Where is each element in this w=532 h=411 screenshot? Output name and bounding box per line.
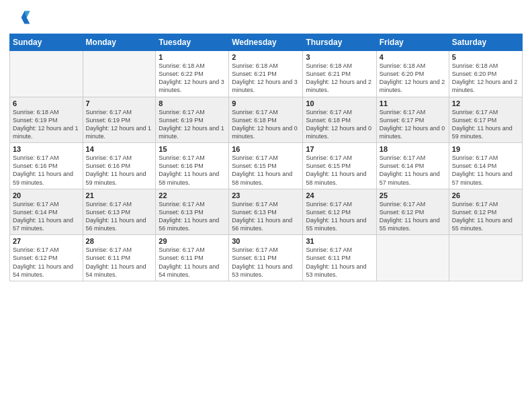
calendar-cell: 11Sunrise: 6:17 AM Sunset: 6:17 PM Dayli… [376,97,449,143]
day-info: Sunrise: 6:18 AM Sunset: 6:21 PM Dayligh… [232,62,300,95]
day-info: Sunrise: 6:17 AM Sunset: 6:17 PM Dayligh… [452,108,519,141]
day-number: 4 [380,53,446,61]
day-info: Sunrise: 6:17 AM Sunset: 6:16 PM Dayligh… [159,154,226,187]
day-info: Sunrise: 6:17 AM Sunset: 6:19 PM Dayligh… [159,108,226,141]
col-header-saturday: Saturday [449,34,522,51]
day-number: 26 [452,191,519,199]
calendar-cell: 24Sunrise: 6:17 AM Sunset: 6:12 PM Dayli… [303,189,376,235]
calendar-cell [449,235,522,281]
calendar-cell [83,51,156,97]
calendar-week-row: 1Sunrise: 6:18 AM Sunset: 6:22 PM Daylig… [10,51,523,97]
calendar-cell: 21Sunrise: 6:17 AM Sunset: 6:13 PM Dayli… [83,189,156,235]
day-number: 1 [159,53,226,61]
day-number: 3 [306,53,373,61]
day-info: Sunrise: 6:17 AM Sunset: 6:13 PM Dayligh… [232,200,300,233]
day-number: 21 [86,191,153,199]
day-info: Sunrise: 6:17 AM Sunset: 6:12 PM Dayligh… [13,246,80,279]
calendar-week-row: 13Sunrise: 6:17 AM Sunset: 6:16 PM Dayli… [10,143,523,189]
day-number: 9 [232,99,300,107]
day-number: 17 [306,145,373,153]
calendar-cell: 20Sunrise: 6:17 AM Sunset: 6:14 PM Dayli… [10,189,83,235]
day-number: 30 [232,237,300,245]
day-number: 16 [232,145,300,153]
calendar-cell: 14Sunrise: 6:17 AM Sunset: 6:16 PM Dayli… [83,143,156,189]
day-info: Sunrise: 6:17 AM Sunset: 6:12 PM Dayligh… [306,200,373,233]
calendar-cell: 9Sunrise: 6:17 AM Sunset: 6:18 PM Daylig… [229,97,303,143]
day-info: Sunrise: 6:17 AM Sunset: 6:11 PM Dayligh… [232,246,300,279]
day-info: Sunrise: 6:17 AM Sunset: 6:15 PM Dayligh… [232,154,300,187]
calendar-cell: 2Sunrise: 6:18 AM Sunset: 6:21 PM Daylig… [229,51,303,97]
day-info: Sunrise: 6:17 AM Sunset: 6:15 PM Dayligh… [306,154,373,187]
day-number: 11 [380,99,446,107]
day-number: 18 [380,145,446,153]
page: SundayMondayTuesdayWednesdayThursdayFrid… [0,0,532,411]
day-info: Sunrise: 6:17 AM Sunset: 6:18 PM Dayligh… [306,108,373,141]
day-number: 27 [13,237,80,245]
day-number: 5 [452,53,519,61]
calendar-cell: 18Sunrise: 6:17 AM Sunset: 6:14 PM Dayli… [376,143,449,189]
calendar-cell: 16Sunrise: 6:17 AM Sunset: 6:15 PM Dayli… [229,143,303,189]
day-info: Sunrise: 6:17 AM Sunset: 6:12 PM Dayligh… [380,200,446,233]
day-info: Sunrise: 6:17 AM Sunset: 6:14 PM Dayligh… [452,154,519,187]
day-info: Sunrise: 6:18 AM Sunset: 6:20 PM Dayligh… [452,62,519,95]
day-info: Sunrise: 6:17 AM Sunset: 6:11 PM Dayligh… [306,246,373,279]
calendar-cell: 15Sunrise: 6:17 AM Sunset: 6:16 PM Dayli… [156,143,229,189]
day-number: 31 [306,237,373,245]
calendar-cell [10,51,83,97]
day-info: Sunrise: 6:18 AM Sunset: 6:22 PM Dayligh… [159,62,226,95]
day-info: Sunrise: 6:17 AM Sunset: 6:13 PM Dayligh… [159,200,226,233]
day-number: 23 [232,191,300,199]
calendar-cell: 22Sunrise: 6:17 AM Sunset: 6:13 PM Dayli… [156,189,229,235]
day-info: Sunrise: 6:17 AM Sunset: 6:13 PM Dayligh… [86,200,153,233]
calendar-cell: 26Sunrise: 6:17 AM Sunset: 6:12 PM Dayli… [449,189,522,235]
calendar-header-row: SundayMondayTuesdayWednesdayThursdayFrid… [10,34,523,51]
col-header-friday: Friday [376,34,449,51]
calendar-cell: 10Sunrise: 6:17 AM Sunset: 6:18 PM Dayli… [303,97,376,143]
day-number: 8 [159,99,226,107]
calendar-week-row: 6Sunrise: 6:18 AM Sunset: 6:19 PM Daylig… [10,97,523,143]
calendar-cell: 17Sunrise: 6:17 AM Sunset: 6:15 PM Dayli… [303,143,376,189]
calendar-cell: 13Sunrise: 6:17 AM Sunset: 6:16 PM Dayli… [10,143,83,189]
calendar-cell: 23Sunrise: 6:17 AM Sunset: 6:13 PM Dayli… [229,189,303,235]
col-header-thursday: Thursday [303,34,376,51]
day-info: Sunrise: 6:17 AM Sunset: 6:19 PM Dayligh… [86,108,153,141]
day-info: Sunrise: 6:17 AM Sunset: 6:17 PM Dayligh… [380,108,446,141]
day-number: 15 [159,145,226,153]
day-number: 7 [86,99,153,107]
day-number: 25 [380,191,446,199]
calendar-week-row: 20Sunrise: 6:17 AM Sunset: 6:14 PM Dayli… [10,189,523,235]
calendar-cell: 6Sunrise: 6:18 AM Sunset: 6:19 PM Daylig… [10,97,83,143]
day-number: 24 [306,191,373,199]
calendar-week-row: 27Sunrise: 6:17 AM Sunset: 6:12 PM Dayli… [10,235,523,281]
calendar-cell: 30Sunrise: 6:17 AM Sunset: 6:11 PM Dayli… [229,235,303,281]
day-info: Sunrise: 6:17 AM Sunset: 6:12 PM Dayligh… [452,200,519,233]
day-number: 6 [13,99,80,107]
calendar-table: SundayMondayTuesdayWednesdayThursdayFrid… [9,34,523,281]
calendar-cell: 12Sunrise: 6:17 AM Sunset: 6:17 PM Dayli… [449,97,522,143]
logo [9,7,34,28]
calendar-cell: 27Sunrise: 6:17 AM Sunset: 6:12 PM Dayli… [10,235,83,281]
day-number: 22 [159,191,226,199]
col-header-sunday: Sunday [10,34,83,51]
day-info: Sunrise: 6:17 AM Sunset: 6:11 PM Dayligh… [86,246,153,279]
calendar-cell: 29Sunrise: 6:17 AM Sunset: 6:11 PM Dayli… [156,235,229,281]
day-info: Sunrise: 6:17 AM Sunset: 6:16 PM Dayligh… [13,154,80,187]
day-number: 20 [13,191,80,199]
calendar-cell: 3Sunrise: 6:18 AM Sunset: 6:21 PM Daylig… [303,51,376,97]
calendar-cell: 8Sunrise: 6:17 AM Sunset: 6:19 PM Daylig… [156,97,229,143]
calendar-cell: 5Sunrise: 6:18 AM Sunset: 6:20 PM Daylig… [449,51,522,97]
calendar-cell: 4Sunrise: 6:18 AM Sunset: 6:20 PM Daylig… [376,51,449,97]
col-header-monday: Monday [83,34,156,51]
logo-icon [9,7,31,28]
col-header-wednesday: Wednesday [229,34,303,51]
day-info: Sunrise: 6:17 AM Sunset: 6:16 PM Dayligh… [86,154,153,187]
day-info: Sunrise: 6:18 AM Sunset: 6:21 PM Dayligh… [306,62,373,95]
calendar-cell: 25Sunrise: 6:17 AM Sunset: 6:12 PM Dayli… [376,189,449,235]
day-info: Sunrise: 6:17 AM Sunset: 6:14 PM Dayligh… [380,154,446,187]
calendar-cell: 7Sunrise: 6:17 AM Sunset: 6:19 PM Daylig… [83,97,156,143]
day-info: Sunrise: 6:18 AM Sunset: 6:20 PM Dayligh… [380,62,446,95]
calendar-cell: 31Sunrise: 6:17 AM Sunset: 6:11 PM Dayli… [303,235,376,281]
day-number: 12 [452,99,519,107]
day-info: Sunrise: 6:17 AM Sunset: 6:18 PM Dayligh… [232,108,300,141]
calendar-cell: 19Sunrise: 6:17 AM Sunset: 6:14 PM Dayli… [449,143,522,189]
